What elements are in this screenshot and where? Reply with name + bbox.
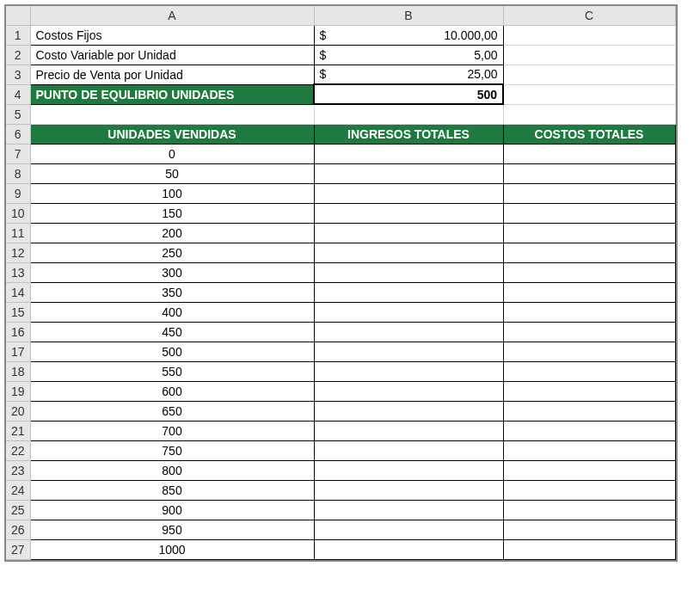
cell-A26[interactable]: 950 (30, 520, 314, 539)
cell-B14[interactable] (314, 282, 503, 302)
cell-B13[interactable] (314, 262, 503, 282)
cell-B25[interactable] (314, 500, 503, 520)
row-header-19[interactable]: 19 (6, 381, 30, 401)
row-header-9[interactable]: 9 (6, 183, 30, 203)
cell-B5[interactable] (314, 104, 503, 124)
cell-B27[interactable] (314, 539, 503, 559)
cell-C1[interactable] (503, 25, 675, 45)
cell-B23[interactable] (314, 460, 503, 480)
row-header-1[interactable]: 1 (6, 25, 30, 45)
row-header-4[interactable]: 4 (6, 84, 30, 104)
select-all-corner[interactable] (6, 6, 30, 25)
cell-A12[interactable]: 250 (30, 243, 314, 262)
cell-C25[interactable] (503, 500, 675, 520)
col-header-B[interactable]: B (314, 6, 503, 25)
cell-B17[interactable] (314, 342, 503, 361)
cell-A21[interactable]: 700 (30, 421, 314, 440)
cell-B2[interactable]: $ 5,00 (314, 45, 503, 65)
cell-A2[interactable]: Costo Variable por Unidad (30, 45, 314, 65)
cell-C22[interactable] (503, 440, 675, 460)
cell-A24[interactable]: 850 (30, 480, 314, 500)
cell-C10[interactable] (503, 203, 675, 223)
cell-B3[interactable]: $ 25,00 (314, 65, 503, 84)
cell-A17[interactable]: 500 (30, 342, 314, 361)
cell-A18[interactable]: 550 (30, 361, 314, 381)
cell-C21[interactable] (503, 421, 675, 440)
cell-C26[interactable] (503, 520, 675, 539)
row-header-12[interactable]: 12 (6, 243, 30, 262)
cell-B8[interactable] (314, 163, 503, 183)
cell-B11[interactable] (314, 223, 503, 243)
cell-B1[interactable]: $ 10.000,00 (314, 25, 503, 45)
cell-B10[interactable] (314, 203, 503, 223)
cell-C23[interactable] (503, 460, 675, 480)
cell-C19[interactable] (503, 381, 675, 401)
cell-A15[interactable]: 400 (30, 302, 314, 322)
row-header-22[interactable]: 22 (6, 440, 30, 460)
row-header-17[interactable]: 17 (6, 342, 30, 361)
cell-C20[interactable] (503, 401, 675, 421)
cell-B24[interactable] (314, 480, 503, 500)
cell-B9[interactable] (314, 183, 503, 203)
cell-A22[interactable]: 750 (30, 440, 314, 460)
row-header-6[interactable]: 6 (6, 124, 30, 144)
cell-B16[interactable] (314, 322, 503, 342)
row-header-3[interactable]: 3 (6, 65, 30, 84)
grid[interactable]: A B C 1 Costos Fijos $ 10.000,00 2 Costo… (6, 6, 676, 560)
row-header-11[interactable]: 11 (6, 223, 30, 243)
cell-A1[interactable]: Costos Fijos (30, 25, 314, 45)
cell-B12[interactable] (314, 243, 503, 262)
cell-A16[interactable]: 450 (30, 322, 314, 342)
cell-A4[interactable]: PUNTO DE EQULIBRIO UNIDADES (30, 84, 314, 104)
row-header-8[interactable]: 8 (6, 163, 30, 183)
cell-A8[interactable]: 50 (30, 163, 314, 183)
cell-A25[interactable]: 900 (30, 500, 314, 520)
row-header-26[interactable]: 26 (6, 520, 30, 539)
cell-A5[interactable] (30, 104, 314, 124)
cell-B20[interactable] (314, 401, 503, 421)
cell-C13[interactable] (503, 262, 675, 282)
cell-C6[interactable]: COSTOS TOTALES (503, 124, 675, 144)
cell-B22[interactable] (314, 440, 503, 460)
row-header-15[interactable]: 15 (6, 302, 30, 322)
row-header-18[interactable]: 18 (6, 361, 30, 381)
cell-A27[interactable]: 1000 (30, 539, 314, 559)
cell-B18[interactable] (314, 361, 503, 381)
row-header-5[interactable]: 5 (6, 104, 30, 124)
cell-C3[interactable] (503, 65, 675, 84)
cell-C7[interactable] (503, 144, 675, 163)
row-header-24[interactable]: 24 (6, 480, 30, 500)
row-header-13[interactable]: 13 (6, 262, 30, 282)
cell-B21[interactable] (314, 421, 503, 440)
cell-C8[interactable] (503, 163, 675, 183)
cell-C2[interactable] (503, 45, 675, 65)
cell-B19[interactable] (314, 381, 503, 401)
cell-A14[interactable]: 350 (30, 282, 314, 302)
row-header-21[interactable]: 21 (6, 421, 30, 440)
cell-B4[interactable]: 500 (314, 84, 503, 104)
row-header-20[interactable]: 20 (6, 401, 30, 421)
cell-C17[interactable] (503, 342, 675, 361)
row-header-25[interactable]: 25 (6, 500, 30, 520)
row-header-2[interactable]: 2 (6, 45, 30, 65)
cell-C14[interactable] (503, 282, 675, 302)
row-header-27[interactable]: 27 (6, 539, 30, 559)
cell-A19[interactable]: 600 (30, 381, 314, 401)
cell-C9[interactable] (503, 183, 675, 203)
row-header-14[interactable]: 14 (6, 282, 30, 302)
cell-C11[interactable] (503, 223, 675, 243)
cell-C18[interactable] (503, 361, 675, 381)
cell-A7[interactable]: 0 (30, 144, 314, 163)
cell-C12[interactable] (503, 243, 675, 262)
row-header-7[interactable]: 7 (6, 144, 30, 163)
cell-A3[interactable]: Precio de Venta por Unidad (30, 65, 314, 84)
cell-A23[interactable]: 800 (30, 460, 314, 480)
cell-B6[interactable]: INGRESOS TOTALES (314, 124, 503, 144)
cell-B15[interactable] (314, 302, 503, 322)
cell-A6[interactable]: UNIDADES VENDIDAS (30, 124, 314, 144)
col-header-A[interactable]: A (30, 6, 314, 25)
cell-C15[interactable] (503, 302, 675, 322)
col-header-C[interactable]: C (503, 6, 675, 25)
row-header-16[interactable]: 16 (6, 322, 30, 342)
cell-C27[interactable] (503, 539, 675, 559)
